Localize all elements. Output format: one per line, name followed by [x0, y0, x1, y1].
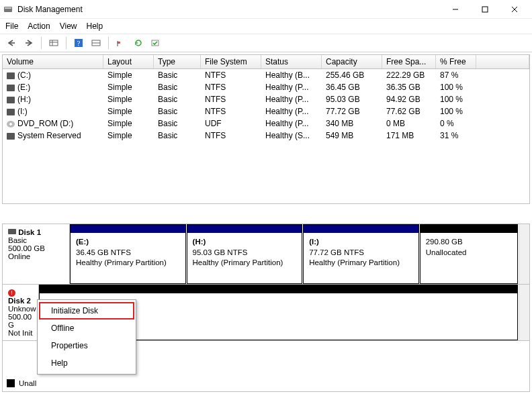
partition[interactable]: 290.80 GBUnallocated	[420, 224, 518, 284]
col-layout[interactable]: Layout	[103, 55, 154, 68]
volume-icon	[7, 97, 15, 103]
table-row[interactable]: (E:)SimpleBasicNTFSHealthy (P...36.45 GB…	[3, 81, 529, 93]
disk1-partitions: (E:)36.45 GB NTFSHealthy (Primary Partit…	[70, 224, 519, 284]
disk2-status: Not Init	[8, 329, 32, 337]
settings-check-button[interactable]	[148, 36, 163, 50]
volume-list: Volume Layout Type File System Status Ca…	[2, 54, 530, 204]
svg-text:?: ?	[77, 39, 81, 47]
svg-rect-18	[8, 229, 16, 234]
title-bar: Disk Management	[0, 0, 532, 19]
disk2-info: !Disk 2 Unknow 500.00 G Not Init	[3, 285, 39, 340]
svg-rect-8	[50, 40, 58, 46]
menu-properties[interactable]: Properties	[39, 337, 134, 354]
disk-row-disk1[interactable]: Disk 1 Basic 500.00 GB Online (E:)36.45 …	[3, 224, 529, 285]
svg-rect-15	[118, 42, 120, 44]
menu-action[interactable]: Action	[28, 21, 50, 31]
vertical-scrollbar[interactable]	[519, 224, 529, 284]
disk2-size: 500.00 G	[8, 313, 32, 329]
legend-unallocated: Unall	[7, 379, 36, 387]
disk2-name: Disk 2	[8, 297, 31, 305]
action-flag-button[interactable]	[114, 36, 128, 50]
col-pctfree[interactable]: % Free	[436, 55, 476, 68]
col-type[interactable]: Type	[154, 55, 201, 68]
volume-icon	[7, 109, 15, 115]
toolbar-separator	[41, 37, 42, 49]
disk-icon	[8, 228, 16, 236]
partition-body: (I:)77.72 GB NTFSHealthy (Primary Partit…	[304, 233, 418, 273]
col-filesystem[interactable]: File System	[201, 55, 261, 68]
disk1-info: Disk 1 Basic 500.00 GB Online	[3, 224, 70, 284]
menu-offline[interactable]: Offline	[39, 319, 134, 337]
col-freespace[interactable]: Free Spa...	[382, 55, 436, 68]
table-row[interactable]: System ReservedSimpleBasicNTFSHealthy (S…	[3, 130, 529, 142]
toolbar-separator	[108, 37, 109, 49]
col-spacer	[476, 55, 529, 68]
partition[interactable]: (I:)77.72 GB NTFSHealthy (Primary Partit…	[303, 224, 419, 284]
disk1-name: Disk 1	[18, 228, 41, 236]
back-button[interactable]	[4, 36, 19, 50]
legend-label: Unall	[19, 379, 36, 387]
menu-help[interactable]: Help	[87, 21, 103, 31]
disk2-type: Unknow	[8, 305, 36, 313]
volume-icon	[7, 121, 15, 128]
partition-body: (H:)95.03 GB NTFSHealthy (Primary Partit…	[187, 233, 302, 273]
warning-icon: !	[8, 289, 15, 297]
toolbar: ?	[0, 34, 532, 52]
partition-bar	[420, 225, 517, 233]
col-capacity[interactable]: Capacity	[322, 55, 382, 68]
menu-help[interactable]: Help	[39, 354, 134, 372]
refresh-button[interactable]	[131, 36, 146, 50]
volume-icon	[7, 85, 15, 91]
toolbar-separator	[66, 37, 66, 49]
partition-body: (E:)36.45 GB NTFSHealthy (Primary Partit…	[71, 233, 185, 273]
menu-file[interactable]: File	[5, 21, 18, 31]
menu-bar: File Action View Help	[0, 19, 532, 34]
col-volume[interactable]: Volume	[3, 55, 103, 68]
close-button[interactable]	[500, 0, 529, 19]
legend-swatch-black	[7, 379, 15, 387]
disk1-status: Online	[8, 252, 30, 260]
col-status[interactable]: Status	[261, 55, 322, 68]
table-row[interactable]: DVD_ROM (D:)SimpleBasicUDFHealthy (P...3…	[3, 117, 529, 130]
partition-bar	[304, 225, 418, 233]
context-menu: Initialize Disk Offline Properties Help	[37, 299, 136, 375]
partition-body: 290.80 GBUnallocated	[420, 233, 517, 262]
menu-initialize-disk[interactable]: Initialize Disk	[39, 302, 134, 319]
svg-rect-1	[5, 7, 11, 9]
help-button[interactable]: ?	[71, 36, 86, 50]
volume-rows[interactable]: (C:)SimpleBasicNTFSHealthy (B...255.46 G…	[3, 69, 529, 203]
table-row[interactable]: (I:)SimpleBasicNTFSHealthy (P...77.72 GB…	[3, 105, 529, 117]
vertical-scrollbar[interactable]	[519, 285, 529, 340]
menu-view[interactable]: View	[60, 21, 77, 31]
svg-rect-3	[482, 7, 488, 12]
partition-bar	[71, 225, 185, 233]
table-row[interactable]: (C:)SimpleBasicNTFSHealthy (B...255.46 G…	[3, 69, 529, 81]
window-title: Disk Management	[17, 5, 83, 14]
forward-button[interactable]	[21, 36, 36, 50]
table-row[interactable]: (H:)SimpleBasicNTFSHealthy (P...95.03 GB…	[3, 93, 529, 105]
disk1-type: Basic	[8, 236, 27, 244]
view-detail-button[interactable]	[89, 36, 103, 50]
partition-bar	[40, 285, 517, 293]
column-headers: Volume Layout Type File System Status Ca…	[3, 55, 529, 69]
volume-icon	[7, 133, 15, 140]
partition[interactable]: (H:)95.03 GB NTFSHealthy (Primary Partit…	[187, 224, 303, 284]
partition-bar	[187, 225, 302, 233]
view-list-button[interactable]	[46, 36, 61, 50]
volume-icon	[7, 72, 15, 79]
partition[interactable]: (E:)36.45 GB NTFSHealthy (Primary Partit…	[70, 224, 186, 284]
disk1-size: 500.00 GB	[8, 244, 45, 252]
maximize-button[interactable]	[470, 0, 500, 19]
app-icon	[3, 4, 13, 15]
minimize-button[interactable]	[441, 0, 470, 19]
